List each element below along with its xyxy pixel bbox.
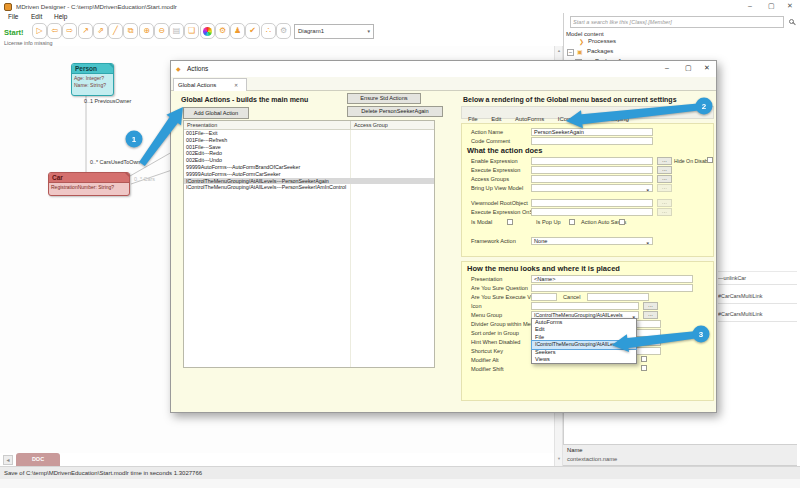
dropdown-item-edit[interactable]: Edit xyxy=(532,326,636,333)
start-label[interactable]: Start! xyxy=(4,28,24,37)
action-row[interactable]: 001File---Save xyxy=(184,144,434,151)
action-row[interactable]: 002Edit---Redo xyxy=(184,150,434,157)
divider-group-label: Divider Group within Menu xyxy=(471,321,537,327)
modifier-alt-checkbox[interactable] xyxy=(641,356,647,362)
presentation-field[interactable]: <Name> xyxy=(531,275,693,283)
gear-button[interactable]: ⚙ xyxy=(276,23,291,39)
zoom-in-button[interactable]: ⊕ xyxy=(139,23,154,39)
bring-up-view-model-combobox[interactable]: ▼ xyxy=(531,184,653,192)
access-groups-field[interactable] xyxy=(531,175,653,183)
column-access-group[interactable]: Access Group xyxy=(354,122,388,128)
menu-group-ellipsis-button[interactable]: ... xyxy=(643,311,658,319)
zoom-out-button[interactable]: ⊖ xyxy=(154,23,169,39)
search-icon[interactable] xyxy=(789,19,794,24)
list-item[interactable]: #CarCarsMultiLink xyxy=(718,308,797,322)
dialog-minimize-button[interactable]: – xyxy=(665,64,669,71)
dropdown-item-icontrolthemenugrouping[interactable]: IControlTheMenuGrouping/AtAllLevels xyxy=(532,341,636,348)
delete-personseekeragain-button[interactable]: Delete PersonSeekerAgain xyxy=(347,106,443,117)
tab-close-icon[interactable]: ✕ xyxy=(234,82,238,88)
dialog-tabstrip: Global Actions ✕ xyxy=(171,77,716,91)
menu-help[interactable]: Help xyxy=(54,13,67,20)
menu-file[interactable]: File xyxy=(8,13,18,20)
action-row[interactable]: 001File---Exit xyxy=(184,130,434,137)
scroll-down-icon[interactable]: ▼ xyxy=(557,456,561,461)
class-box-person[interactable]: Person Age: Integer? Name: String? xyxy=(71,63,114,96)
code-comment-field[interactable] xyxy=(531,137,653,145)
run-button[interactable]: ▷ xyxy=(32,23,47,39)
is-modal-checkbox[interactable] xyxy=(507,219,513,225)
diagram-combobox[interactable]: Diagram1 ▼ xyxy=(294,24,374,39)
link-arrow-button[interactable]: ⇗ xyxy=(93,23,108,39)
arrow-right-button[interactable]: ⇨ xyxy=(62,23,77,39)
window-minimize-button[interactable]: – xyxy=(748,2,752,9)
chevron-down-icon: ▼ xyxy=(367,29,371,34)
tab-doc[interactable]: DOC xyxy=(16,453,60,466)
settings-gears-button[interactable]: ⚙ xyxy=(215,23,230,39)
modifier-shift-checkbox[interactable] xyxy=(641,365,647,371)
column-presentation[interactable]: Presentation xyxy=(187,122,217,128)
ensure-std-actions-button[interactable]: Ensure Std Actions xyxy=(347,93,421,104)
action-row[interactable]: 001File---Refresh xyxy=(184,137,434,144)
bring-up-view-model-ellipsis-button[interactable]: ... xyxy=(657,184,672,192)
icon-field[interactable] xyxy=(531,302,639,310)
scroll-up-icon[interactable]: ▲ xyxy=(557,48,561,53)
tree-item-packages[interactable]: Packages xyxy=(587,48,613,54)
draw-line-button[interactable]: ╱ xyxy=(108,23,123,39)
viewmodel-rootobject-ellipsis-button[interactable]: ... xyxy=(657,199,672,207)
dropdown-item-views[interactable]: Views xyxy=(532,356,636,363)
action-row-selected[interactable]: IControlTheMenuGrouping/AtAllLevels---Pe… xyxy=(184,178,434,185)
execute-expression-field[interactable] xyxy=(531,166,653,174)
are-you-sure-execute-verb-field[interactable] xyxy=(531,293,557,301)
search-input[interactable] xyxy=(570,16,784,28)
tree-item-processes[interactable]: Processes xyxy=(588,38,616,44)
arrow-left-button[interactable]: ⇦ xyxy=(47,23,62,39)
presentation-button[interactable]: ⧉ xyxy=(123,23,138,39)
action-name-field[interactable]: PersonSeekerAgain xyxy=(531,128,653,136)
person-button[interactable]: ♟ xyxy=(230,23,245,39)
global-actions-list[interactable]: Presentation Access Group 001File---Exit… xyxy=(183,120,435,368)
execute-expression-onshow-field[interactable] xyxy=(531,208,653,216)
dropdown-item-autoforms[interactable]: AutoForms xyxy=(532,319,636,326)
tab-scroll-left-button[interactable]: ◄ xyxy=(3,455,13,465)
validate-button[interactable]: ✔ xyxy=(245,23,260,39)
action-row[interactable]: 99999AutoForms---AutoFormCarSeeker xyxy=(184,171,434,178)
dialog-maximize-button[interactable]: ▢ xyxy=(685,64,692,72)
copy-diagram-button[interactable]: ❏ xyxy=(184,23,199,39)
pointer-up-right-button[interactable]: ↗ xyxy=(78,23,93,39)
dropdown-item-seekers[interactable]: Seekers xyxy=(532,349,636,356)
menu-group-label: Menu Group xyxy=(471,312,502,318)
is-popup-checkbox[interactable] xyxy=(569,219,575,225)
color-wheel-button[interactable] xyxy=(200,23,215,39)
save-button[interactable]: ▤ xyxy=(169,23,184,39)
copy-diagram-icon: ❏ xyxy=(188,26,195,35)
action-auto-saves-checkbox[interactable] xyxy=(619,219,625,225)
are-you-sure-cancel-verb-field[interactable] xyxy=(587,293,649,301)
are-you-sure-question-field[interactable] xyxy=(531,284,693,292)
window-close-button[interactable]: ✕ xyxy=(787,2,793,10)
execute-expression-ellipsis-button[interactable]: ... xyxy=(657,166,672,174)
execute-expression-onshow-ellipsis-button[interactable]: ... xyxy=(657,208,672,216)
viewmodel-rootobject-field[interactable] xyxy=(531,199,653,207)
menu-edit[interactable]: Edit xyxy=(31,13,42,20)
framework-action-combobox[interactable]: None▼ xyxy=(531,237,653,245)
tab-global-actions[interactable]: Global Actions ✕ xyxy=(173,78,247,91)
doc-tabbar: ◄ DOC xyxy=(0,453,554,466)
expander-open-icon[interactable]: − xyxy=(567,49,574,56)
access-groups-ellipsis-button[interactable]: ... xyxy=(657,175,672,183)
list-item[interactable]: —unlinkCar xyxy=(718,271,797,285)
enable-expression-field[interactable] xyxy=(531,157,653,165)
dialog-close-button[interactable]: ✕ xyxy=(704,64,710,72)
action-row[interactable]: 99999AutoForms---AutoFormBrandOfCarSeeke… xyxy=(184,164,434,171)
enable-expression-ellipsis-button[interactable]: ... xyxy=(657,157,672,165)
add-global-action-button[interactable]: Add Global Action xyxy=(183,107,249,119)
property-name-value[interactable]: contextaction.name xyxy=(567,456,617,462)
window-maximize-button[interactable]: ▢ xyxy=(768,2,775,10)
relations-button[interactable]: ∴ xyxy=(261,23,276,39)
icon-ellipsis-button[interactable]: ... xyxy=(643,302,658,310)
class-box-car[interactable]: Car RegistrationNumber: String? xyxy=(48,172,130,196)
list-item[interactable]: #CarCarsMultiLink xyxy=(718,290,797,304)
action-row[interactable]: IControlTheMenuGrouping/AtAllLevels---Pe… xyxy=(184,184,434,191)
hide-on-disable-checkbox[interactable] xyxy=(707,157,713,163)
action-row[interactable]: 002Edit---Undo xyxy=(184,157,434,164)
dropdown-item-file[interactable]: File xyxy=(532,334,636,341)
